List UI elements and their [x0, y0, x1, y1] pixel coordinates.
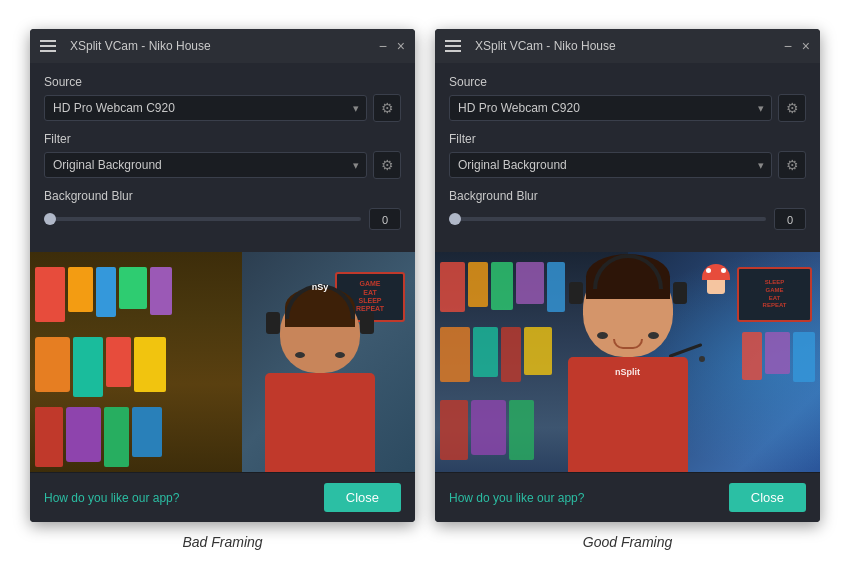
right-source-select[interactable]: HD Pro Webcam C920 — [449, 95, 772, 121]
left-close-button[interactable]: Close — [324, 483, 401, 512]
right-window-title: XSplit VCam - Niko House — [475, 39, 776, 53]
left-source-select-wrapper: HD Pro Webcam C920 — [44, 95, 367, 121]
left-filter-select-wrapper: Original Background — [44, 152, 367, 178]
left-filter-label: Filter — [44, 132, 401, 146]
right-person: nSplit — [553, 262, 703, 472]
left-app-body: Source HD Pro Webcam C920 ⚙ Filter Origi… — [30, 63, 415, 252]
right-filter-label: Filter — [449, 132, 806, 146]
right-slider-value: 0 — [774, 208, 806, 230]
right-person-head — [583, 262, 673, 357]
right-source-select-wrapper: HD Pro Webcam C920 — [449, 95, 772, 121]
right-filter-row: Original Background ⚙ — [449, 151, 806, 179]
right-app-window: XSplit VCam - Niko House − × Source HD P… — [435, 29, 820, 522]
left-blur-label: Background Blur — [44, 189, 401, 203]
right-filter-select-wrapper: Original Background — [449, 152, 772, 178]
right-slider-thumb[interactable] — [449, 213, 461, 225]
left-filter-row: Original Background ⚙ — [44, 151, 401, 179]
left-menu-icon[interactable] — [40, 40, 56, 52]
right-headphone-ear-l — [569, 282, 583, 304]
left-feedback-link[interactable]: How do you like our app? — [44, 491, 179, 505]
right-filter-gear-btn[interactable]: ⚙ — [778, 151, 806, 179]
right-person-body: nSplit — [568, 357, 688, 472]
right-slider-track[interactable] — [449, 217, 766, 221]
right-filter-select[interactable]: Original Background — [449, 152, 772, 178]
right-panel-wrapper: XSplit VCam - Niko House − × Source HD P… — [435, 29, 820, 550]
left-headphone-ear-r — [360, 312, 374, 334]
left-caption: Bad Framing — [182, 534, 262, 550]
right-source-gear-btn[interactable]: ⚙ — [778, 94, 806, 122]
left-filter-select[interactable]: Original Background — [44, 152, 367, 178]
left-window-title: XSplit VCam - Niko House — [70, 39, 371, 53]
right-window-controls: − × — [784, 39, 810, 53]
left-window-controls: − × — [379, 39, 405, 53]
left-source-gear-btn[interactable]: ⚙ — [373, 94, 401, 122]
left-app-window: XSplit VCam - Niko House − × Source HD P… — [30, 29, 415, 522]
right-blur-label: Background Blur — [449, 189, 806, 203]
left-close-btn[interactable]: × — [397, 39, 405, 53]
right-video-placeholder: SLEEPGAMEEATREPEAT — [435, 252, 820, 472]
left-video-area: GAMEEATSLEEPREPEAT — [30, 252, 415, 472]
left-source-select[interactable]: HD Pro Webcam C920 — [44, 95, 367, 121]
right-slider-row: 0 — [449, 208, 806, 230]
left-slider-row: 0 — [44, 208, 401, 230]
right-close-button[interactable]: Close — [729, 483, 806, 512]
left-filter-gear-btn[interactable]: ⚙ — [373, 151, 401, 179]
left-slider-value: 0 — [369, 208, 401, 230]
right-feedback-link[interactable]: How do you like our app? — [449, 491, 584, 505]
left-minimize-btn[interactable]: − — [379, 39, 387, 53]
right-headphone-ear-r — [673, 282, 687, 304]
left-video-placeholder: GAMEEATSLEEPREPEAT — [30, 252, 415, 472]
left-slider-track[interactable] — [44, 217, 361, 221]
right-close-btn[interactable]: × — [802, 39, 810, 53]
left-app-footer: How do you like our app? Close — [30, 472, 415, 522]
right-source-row: HD Pro Webcam C920 ⚙ — [449, 94, 806, 122]
right-caption: Good Framing — [583, 534, 672, 550]
left-person-body: nSy — [265, 373, 375, 472]
comparison-container: XSplit VCam - Niko House − × Source HD P… — [0, 9, 853, 570]
right-video-area: SLEEPGAMEEATREPEAT — [435, 252, 820, 472]
left-slider-thumb[interactable] — [44, 213, 56, 225]
right-app-body: Source HD Pro Webcam C920 ⚙ Filter Origi… — [435, 63, 820, 252]
right-app-footer: How do you like our app? Close — [435, 472, 820, 522]
right-source-label: Source — [449, 75, 806, 89]
right-menu-icon[interactable] — [445, 40, 461, 52]
right-title-bar: XSplit VCam - Niko House − × — [435, 29, 820, 63]
left-headphone-ear-l — [266, 312, 280, 334]
left-person: nSy — [255, 272, 385, 472]
left-source-label: Source — [44, 75, 401, 89]
left-panel-wrapper: XSplit VCam - Niko House − × Source HD P… — [30, 29, 415, 550]
left-person-head — [280, 292, 360, 373]
right-minimize-btn[interactable]: − — [784, 39, 792, 53]
left-source-row: HD Pro Webcam C920 ⚙ — [44, 94, 401, 122]
left-title-bar: XSplit VCam - Niko House − × — [30, 29, 415, 63]
